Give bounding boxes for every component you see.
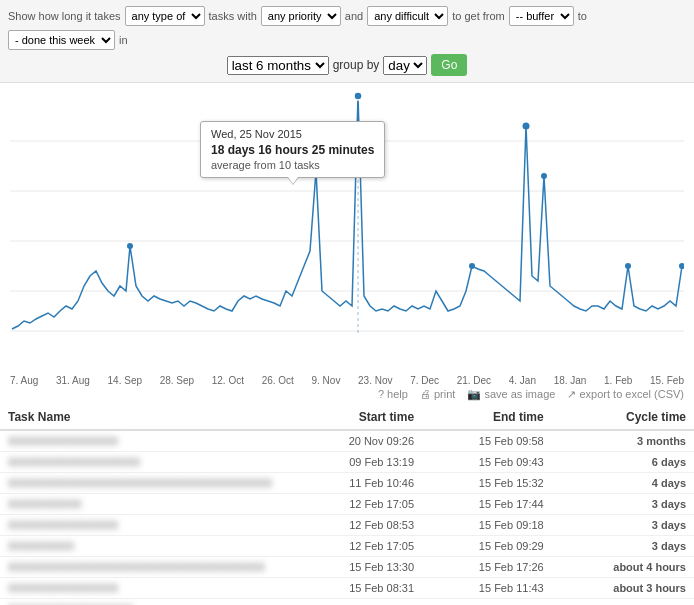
cell-task: XXXXXXXXXXXXXXX [0,430,291,452]
cell-end: 15 Feb 09:18 [422,515,552,536]
table-row: XXXXXXXXXXXXXXX20 Nov 09:2615 Feb 09:583… [0,430,694,452]
x-label-1: 31. Aug [56,375,90,386]
save-label: save as image [484,388,555,400]
date-range-select[interactable]: last 6 months [227,56,329,75]
in-label: in [119,34,128,46]
save-icon: 📷 [467,388,481,400]
data-table: Task Name Start time End time Cycle time… [0,405,694,605]
x-label-2: 14. Sep [108,375,142,386]
svg-point-11 [625,263,631,269]
table-row: XXXXXXXXXXXXXXXXXXXXXXXXXXXXXXXXXXX15 Fe… [0,557,694,578]
cell-task: XXXXXXXXXXXXXXX [0,515,291,536]
date-row: last 6 months group by day Go [8,54,686,76]
cell-cycle: 3 days [552,515,694,536]
col-task: Task Name [0,405,291,430]
cell-end: 15 Feb 17:44 [422,494,552,515]
difficulty-select[interactable]: any difficult [367,6,448,26]
cell-cycle: 6 days [552,452,694,473]
x-label-12: 1. Feb [604,375,632,386]
cell-start: 09 Feb 13:19 [291,452,422,473]
done-select[interactable]: - done this week [8,30,115,50]
print-icon: 🖨 [420,388,431,400]
to-label: to [578,10,587,22]
show-label: Show how long it takes [8,10,121,22]
group-by-select[interactable]: day [383,56,427,75]
priority-select[interactable]: any priority [261,6,341,26]
cell-task: XXXXXXXXXXXXXXXXXXXXXXXXXXXXXXXXXXXX [0,473,291,494]
chart-tooltip: Wed, 25 Nov 2015 18 days 16 hours 25 min… [200,121,385,178]
task-type-select[interactable]: any type of [125,6,205,26]
table-row: XXXXXXXXXXXXXXXXXXXXXXXXXXXXXXXXXXXX11 F… [0,473,694,494]
help-link[interactable]: ? help [378,388,408,401]
cell-start: 20 Nov 09:26 [291,430,422,452]
col-end: End time [422,405,552,430]
x-label-7: 23. Nov [358,375,392,386]
col-cycle: Cycle time [552,405,694,430]
export-icon: ↗ [567,388,576,400]
cell-cycle: about 3 hours [552,578,694,599]
cell-end: 15 Feb 09:58 [422,430,552,452]
x-label-5: 26. Oct [262,375,294,386]
cell-end: 15 Feb 17:26 [422,557,552,578]
tooltip-date: Wed, 25 Nov 2015 [211,128,374,140]
cell-start: 12 Feb 08:53 [291,515,422,536]
top-controls: Show how long it takes any type of tasks… [0,0,694,83]
table-row: XXXXXXXXXXXXXXX15 Feb 08:3115 Feb 11:43a… [0,578,694,599]
cell-task: XXXXXXXXXX [0,494,291,515]
cell-cycle: 3 months [552,430,694,452]
print-label: print [434,388,455,400]
chart-container: Wed, 25 Nov 2015 18 days 16 hours 25 min… [0,83,694,373]
svg-point-8 [469,263,475,269]
cell-end: 15 Feb 12:49 [422,599,552,606]
cell-task: XXXXXXXXXXXXXXXXXXXXXXXXXXXXXXXXXXX [0,557,291,578]
get-from-label: to get from [452,10,505,22]
x-axis-labels: 7. Aug 31. Aug 14. Sep 28. Sep 12. Oct 2… [0,373,694,386]
cell-cycle: about 4 hours [552,557,694,578]
x-label-0: 7. Aug [10,375,38,386]
x-label-11: 18. Jan [554,375,587,386]
group-by-label: group by [333,58,380,72]
x-label-8: 7. Dec [410,375,439,386]
x-label-9: 21. Dec [457,375,491,386]
tooltip-arrow [287,177,299,185]
tasks-label: tasks with [209,10,257,22]
table-row: XXXXXXXXXXXXXXXXX15 Feb 11:4715 Feb 12:4… [0,599,694,606]
cell-start: 12 Feb 17:05 [291,494,422,515]
tooltip-arrow-inner [288,177,298,184]
cell-cycle: 4 days [552,473,694,494]
cell-cycle: 3 days [552,536,694,557]
save-link[interactable]: 📷 save as image [467,388,555,401]
cell-start: 15 Feb 13:30 [291,557,422,578]
and-label: and [345,10,363,22]
table-row: XXXXXXXXX12 Feb 17:0515 Feb 09:293 days [0,536,694,557]
buffer-select[interactable]: -- buffer [509,6,574,26]
cell-cycle: 3 days [552,494,694,515]
go-button[interactable]: Go [431,54,467,76]
print-link[interactable]: 🖨 print [420,388,455,401]
cell-end: 15 Feb 11:43 [422,578,552,599]
export-link[interactable]: ↗ export to excel (CSV) [567,388,684,401]
col-start: Start time [291,405,422,430]
svg-point-12 [679,263,684,269]
svg-point-9 [523,123,530,130]
tooltip-value: 18 days 16 hours 25 minutes [211,143,374,157]
svg-point-5 [127,243,133,249]
chart-area: Wed, 25 Nov 2015 18 days 16 hours 25 min… [10,91,684,346]
x-label-13: 15. Feb [650,375,684,386]
export-label: export to excel (CSV) [579,388,684,400]
cell-end: 15 Feb 15:32 [422,473,552,494]
tooltip-avg: average from 10 tasks [211,159,374,171]
filter-row: Show how long it takes any type of tasks… [8,6,686,50]
chart-tools: ? help 🖨 print 📷 save as image ↗ export … [0,386,694,405]
svg-point-10 [541,173,547,179]
cell-task: XXXXXXXXXXXXXXXXX [0,599,291,606]
cell-end: 15 Feb 09:43 [422,452,552,473]
table-header-row: Task Name Start time End time Cycle time [0,405,694,430]
cell-start: 15 Feb 11:47 [291,599,422,606]
cell-task: XXXXXXXXXXXXXXXXXX [0,452,291,473]
table-row: XXXXXXXXXXXXXXX12 Feb 08:5315 Feb 09:183… [0,515,694,536]
cell-end: 15 Feb 09:29 [422,536,552,557]
cell-start: 11 Feb 10:46 [291,473,422,494]
x-label-4: 12. Oct [212,375,244,386]
cell-start: 15 Feb 08:31 [291,578,422,599]
